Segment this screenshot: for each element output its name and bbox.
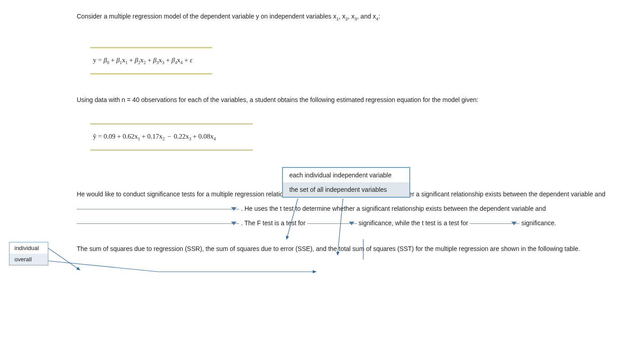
eq2-minus: − — [167, 133, 174, 140]
intro-text-d: , and x — [357, 13, 376, 20]
eq2-x2: x — [159, 133, 163, 140]
equation-1-block: y = β0 + β1x1 + β2x2 + β3x3 + β4x4 + ε — [77, 36, 618, 86]
eq2-s2: 2 — [162, 136, 165, 141]
eq1-b3: β — [153, 56, 156, 64]
eq2-plus3: + — [193, 133, 198, 140]
eq1-plus3: + — [148, 56, 153, 64]
blank-3-dropdown[interactable] — [307, 216, 357, 224]
eq1-xs2: 2 — [144, 60, 146, 65]
eq1-s0: 0 — [107, 60, 109, 65]
body-t3: . The F test is a test for — [241, 219, 307, 227]
eq1-xs1: 1 — [125, 60, 128, 65]
closing-paragraph: The sum of squares due to regression (SS… — [77, 244, 618, 254]
eq2-c3: 0.22 — [174, 133, 185, 140]
body-t4: significance, while the t test is a test… — [359, 219, 470, 227]
mid-paragraph: Using data with n = 40 observations for … — [77, 95, 618, 105]
rule-bottom-1 — [90, 73, 212, 74]
dropdown-left-option-1[interactable]: individual — [9, 242, 48, 254]
equation-1: y = β0 + β1x1 + β2x2 + β3x3 + β4x4 + ε — [90, 48, 605, 73]
blank-2-dropdown[interactable] — [77, 216, 239, 224]
eq1-y: y — [93, 56, 97, 64]
intro-paragraph: Consider a multiple regression model of … — [77, 11, 618, 22]
eq2-x3: x — [185, 133, 189, 140]
eq2-s4: 4 — [213, 136, 216, 141]
chevron-down-icon — [231, 222, 236, 225]
rule-bottom-2 — [90, 149, 253, 151]
eq1-plus4: + — [166, 56, 171, 64]
eq1-plus2: + — [129, 56, 134, 64]
eq2-plus1: + — [117, 133, 122, 140]
blank-4-dropdown[interactable] — [470, 216, 519, 224]
eq1-x3: x — [159, 56, 162, 64]
eq1-x4: x — [177, 56, 181, 64]
body-t2: . He uses the t test to determine whethe… — [241, 205, 546, 212]
eq1-plus1: + — [111, 56, 116, 64]
dropdown-left-panel[interactable]: individual overall — [9, 242, 48, 265]
eq2-s3: 3 — [189, 136, 191, 141]
eq2-eq: = — [98, 133, 103, 140]
eq1-eq: = — [98, 56, 103, 64]
svg-line-3 — [48, 248, 80, 270]
intro-text-b: , x — [339, 13, 346, 20]
intro-text-c: , x — [348, 13, 355, 20]
eq1-eps: ε — [190, 56, 193, 64]
equation-2: ŷ = 0.09 + 0.62x1 + 0.17x2 − 0.22x3 + 0.… — [90, 125, 605, 149]
chevron-down-icon — [349, 222, 354, 225]
intro-text-a: Consider a multiple regression model of … — [77, 13, 336, 20]
chevron-down-icon — [511, 222, 517, 225]
content-column: Consider a multiple regression model of … — [77, 11, 618, 268]
eq2-plus2: + — [142, 133, 147, 140]
eq2-c2: 0.17 — [147, 133, 159, 140]
eq1-b2: β — [135, 56, 138, 64]
eq1-plus5: + — [184, 56, 190, 64]
blank-1-dropdown[interactable] — [77, 201, 239, 209]
dropdown-left-option-2[interactable]: overall — [9, 254, 48, 265]
dropdown-main-panel[interactable]: each individual independent variable the… — [282, 167, 410, 198]
body-t5: significance. — [521, 219, 556, 227]
eq2-c1: 0.62 — [123, 133, 134, 140]
eq2-yhat: ŷ — [93, 133, 97, 140]
intro-text-e: : — [379, 13, 380, 20]
equation-2-block: ŷ = 0.09 + 0.62x1 + 0.17x2 − 0.22x3 + 0.… — [77, 119, 618, 162]
eq2-c0: 0.09 — [103, 133, 115, 140]
eq1-xs3: 3 — [162, 60, 164, 65]
page-root: Consider a multiple regression model of … — [0, 0, 644, 348]
eq2-c4: 0.08 — [198, 133, 210, 140]
eq2-s1: 1 — [138, 136, 140, 141]
dropdown-main-option-1[interactable]: each individual independent variable — [283, 168, 409, 182]
eq1-xs4: 4 — [181, 60, 183, 65]
dropdown-main-option-2[interactable]: the set of all independent variables — [283, 182, 409, 197]
chevron-down-icon — [231, 207, 236, 211]
eq1-x1: x — [122, 56, 125, 64]
eq1-b0: β — [103, 56, 107, 64]
